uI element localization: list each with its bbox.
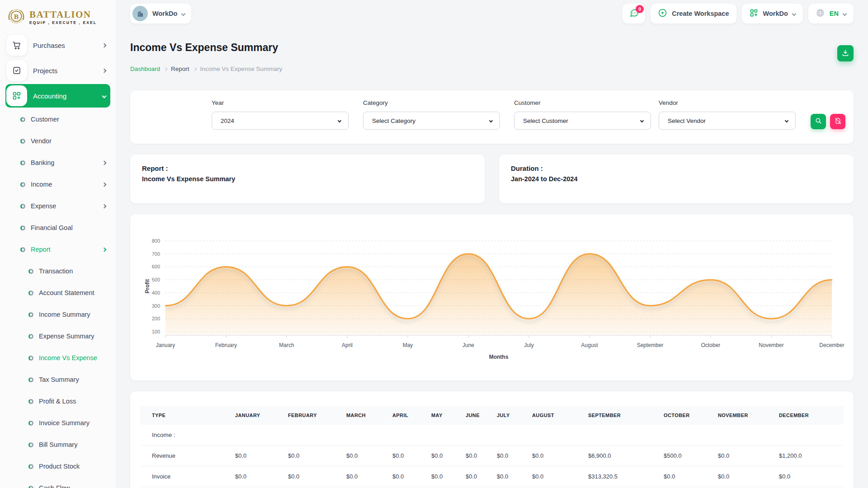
sidebar-item-income-vs-expense[interactable]: Income Vs Expense [5,347,110,369]
svg-text:700: 700 [152,251,160,257]
sidebar-item-label: Invoice Summary [39,419,90,427]
create-workspace-button[interactable]: Create Workspace [651,4,736,23]
svg-text:100: 100 [152,329,160,334]
sidebar-item-label: Expense Summary [39,333,94,340]
table-row: Revenue$0.0$0.0$0.0$0.0$0.0$0.0$0.0$0.0$… [140,446,844,466]
sidebar-item-expense-summary[interactable]: Expense Summary [5,325,110,347]
apply-filter-button[interactable] [811,114,826,129]
category-select[interactable]: Select Category [363,112,500,130]
brand-logo[interactable]: B BATTALION EQUIP , EXECUTE , EXEL [5,5,110,33]
workspace-avatar-icon [132,6,148,21]
svg-text:600: 600 [152,264,160,269]
category-filter: CategorySelect Category [363,99,500,130]
sidebar-item-tax-summary[interactable]: Tax Summary [5,369,110,390]
sidebar-item-label: Bill Summary [39,441,77,448]
messages-button[interactable]: 0 [623,4,645,23]
svg-text:500: 500 [152,277,160,282]
svg-text:December: December [819,342,844,348]
sidebar-item-purchases[interactable]: Purchases [5,33,110,58]
chevron-down-icon [843,11,847,16]
clear-filter-button[interactable] [830,114,845,129]
sidebar-item-label: Financial Goal [31,224,73,231]
brand-name: BATTALION [29,10,97,19]
row-type: Revenue [140,446,231,466]
check-square-icon [6,60,27,81]
donut-icon [28,421,33,426]
workspace-switcher[interactable]: WorkDo [130,4,191,23]
grid-plus-icon [749,8,759,19]
duration-label: Duration : [511,164,842,172]
sidebar-item-income[interactable]: Income [5,174,110,195]
year-select[interactable]: 2024 [212,112,349,130]
brand-tagline: EQUIP , EXECUTE , EXEL [29,21,97,25]
cell-value: $0.0 [713,466,774,487]
svg-text:August: August [581,342,598,348]
sidebar-item-profit-loss[interactable]: Profit & Loss [5,390,110,412]
sidebar-item-product-stock[interactable]: Product Stock [5,455,110,477]
column-header: NOVEMBER [713,406,774,425]
sidebar-nav: PurchasesProjectsAccountingCustomerVendo… [5,33,110,488]
sidebar-item-invoice-summary[interactable]: Invoice Summary [5,412,110,434]
sidebar-item-label: Income Vs Expense [39,354,97,361]
sidebar-item-financial-goal[interactable]: Financial Goal [5,217,110,239]
column-header: TYPE [140,406,231,425]
sidebar-item-label: Customer [31,116,59,123]
sidebar-item-banking[interactable]: Banking [5,152,110,174]
sidebar-item-label: Accounting [33,92,66,100]
sidebar-item-accounting[interactable]: Accounting [5,84,110,108]
sidebar-item-bill-summary[interactable]: Bill Summary [5,434,110,455]
sidebar-item-expense[interactable]: Expense [5,195,110,217]
svg-text:October: October [701,342,721,348]
column-header: FEBRUARY [283,406,342,425]
cell-value: $0.0 [231,466,283,487]
cell-value: $0.0 [283,466,342,487]
column-header: SEPTEMBER [584,406,659,425]
page-header: Income Vs Expense Summary [130,42,854,61]
workdo-menu-button[interactable]: WorkDo [742,4,803,23]
sidebar-item-projects[interactable]: Projects [5,58,110,83]
customer-filter: CustomerSelect Customer [514,99,651,130]
sidebar-item-label: Cash Flow [39,484,70,488]
cell-value: $0.0 [342,446,388,466]
customer-select[interactable]: Select Customer [514,112,651,130]
svg-text:300: 300 [152,303,160,309]
income-expense-table-card: TYPEJANUARYFEBRUARYMARCHAPRILMAYJUNEJULY… [130,391,854,488]
year-filter: Year2024 [212,99,349,130]
chevron-right-icon [102,204,107,208]
sidebar-item-account-statement[interactable]: Account Statement [5,282,110,304]
cell-value: $0.0 [528,446,584,466]
chevron-right-icon [102,182,107,187]
svg-text:February: February [215,342,237,348]
column-header: JANUARY [231,406,283,425]
group-label: Income : [140,425,844,446]
cell-value: $500.0 [659,446,713,466]
search-icon [815,117,822,126]
cart-icon [6,35,27,56]
sidebar-item-vendor[interactable]: Vendor [5,130,110,152]
cell-value: $0.0 [492,446,528,466]
column-header: MAY [427,406,461,425]
vendor-select[interactable]: Select Vendor [659,112,796,130]
svg-text:July: July [524,342,533,348]
language-switcher[interactable]: EN [808,4,854,23]
breadcrumb-report[interactable]: Report [171,66,189,72]
sidebar-item-income-summary[interactable]: Income Summary [5,304,110,325]
donut-icon [20,160,25,165]
category-label: Category [363,99,500,106]
sidebar-item-label: Income Summary [39,311,90,318]
sidebar-item-report[interactable]: Report [5,239,110,260]
sidebar-item-label: Transaction [39,267,73,275]
sidebar-item-label: Banking [31,159,54,166]
breadcrumb-dashboard[interactable]: Dashboard [130,66,160,72]
donut-icon [28,312,33,317]
chevron-down-icon [489,119,493,122]
download-icon [841,49,849,58]
column-header: OCTOBER [659,406,713,425]
sidebar-item-transaction[interactable]: Transaction [5,260,110,282]
sidebar-item-customer[interactable]: Customer [5,108,110,130]
download-report-button[interactable] [837,45,854,61]
create-workspace-label: Create Workspace [672,10,729,17]
filter-panel: Year2024CategorySelect CategoryCustomerS… [130,90,854,144]
report-value: Income Vs Expense Summary [142,175,473,183]
sidebar-item-cash-flow[interactable]: Cash Flow [5,477,110,488]
